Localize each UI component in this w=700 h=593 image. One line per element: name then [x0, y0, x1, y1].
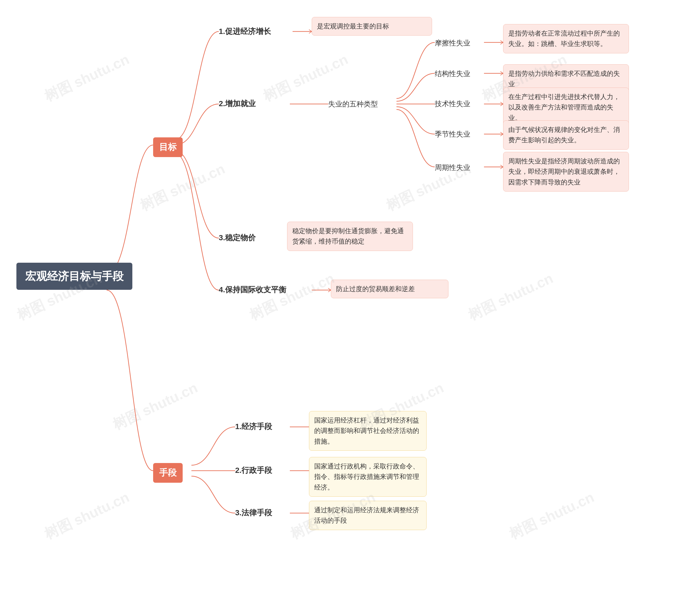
l2-falv-label: 3.法律手段 — [235, 508, 272, 517]
l2-xingzheng-shouduan: 2.行政手段 — [235, 465, 272, 476]
cat-shouduan-label: 手段 — [159, 468, 177, 477]
content-jijie: 由于气候状况有规律的变化对生产、消费产生影响引起的失业。 — [503, 120, 629, 150]
cat-mubiao-label: 目标 — [159, 142, 177, 152]
l2-guoji-shoozhi: 4.保持国际收支平衡 — [219, 285, 286, 295]
content-jingji-zengjian: 是宏观调控最主要的目标 — [312, 17, 432, 36]
content-falv-text: 通过制定和运用经济法规来调整经济活动的手段 — [314, 506, 419, 524]
content-jingji-shouduan: 国家运用经济杠杆，通过对经济利益的调整而影响和调节社会经济活动的措施。 — [309, 411, 427, 451]
l2-jingji-shouduan: 1.经济手段 — [235, 422, 272, 432]
l2-wending-label: 3.稳定物价 — [219, 233, 256, 242]
content-zhouqi-text: 周期性失业是指经济周期波动所造成的失业，即经济周期中的衰退或萧条时，因需求下降而… — [508, 157, 620, 186]
l3-zhouqi: 周期性失业 — [435, 163, 470, 172]
content-guoji: 防止过度的贸易顺差和逆差 — [331, 280, 448, 298]
content-mocaxing: 是指劳动者在正常流动过程中所产生的失业。如：跳槽、毕业生求职等。 — [503, 24, 629, 53]
l3-jiegou-label: 结构性失业 — [435, 70, 470, 78]
root-node: 宏观经济目标与手段 — [16, 263, 132, 290]
l3-shiye-label: 失业的五种类型 — [328, 100, 378, 108]
l2-falv-shouduan: 3.法律手段 — [235, 508, 272, 518]
l3-mocaxing-label: 摩擦性失业 — [435, 39, 470, 47]
l3-shiye-types: 失业的五种类型 — [328, 99, 378, 109]
l2-jiuye: 2.增加就业 — [219, 98, 256, 109]
content-jishu-text: 在生产过程中引进先进技术代替人力，以及改善生产方法和管理而造成的失业。 — [508, 93, 620, 121]
cat-node-mubiao: 目标 — [153, 137, 183, 157]
l2-jingji-zengjian: 1.促进经济增长 — [219, 26, 271, 37]
l2-xingzheng-label: 2.行政手段 — [235, 466, 272, 475]
content-wending-text: 稳定物价是要抑制住通货膨胀，避免通货紧缩，维持币值的稳定 — [292, 227, 404, 245]
l2-jingji-shouduan-label: 1.经济手段 — [235, 422, 272, 431]
content-guoji-text: 防止过度的贸易顺差和逆差 — [336, 285, 415, 292]
content-jingji-text: 是宏观调控最主要的目标 — [317, 23, 389, 30]
content-mocaxing-text: 是指劳动者在正常流动过程中所产生的失业。如：跳槽、毕业生求职等。 — [508, 30, 620, 47]
mind-map: 树图 shutu.cn 树图 shutu.cn 树图 shutu.cn 树图 s… — [0, 0, 700, 593]
content-xingzheng-text: 国家通过行政机构，采取行政命令、指令、指标等行政措施来调节和管理经济。 — [314, 463, 419, 491]
content-xingzheng-shouduan: 国家通过行政机构，采取行政命令、指令、指标等行政措施来调节和管理经济。 — [309, 457, 427, 497]
l3-jishu-label: 技术性失业 — [435, 100, 470, 108]
root-label: 宏观经济目标与手段 — [25, 270, 124, 282]
l3-zhouqi-label: 周期性失业 — [435, 163, 470, 171]
l2-jingji-label: 1.促进经济增长 — [219, 27, 271, 36]
l3-mocaxing: 摩擦性失业 — [435, 38, 470, 48]
l2-wending-wujia: 3.稳定物价 — [219, 233, 256, 243]
content-jijie-text: 由于气候状况有规律的变化对生产、消费产生影响引起的失业。 — [508, 126, 620, 144]
content-jiegou-text: 是指劳动力供给和需求不匹配造成的失业 — [508, 70, 620, 87]
content-zhouqi: 周期性失业是指经济周期波动所造成的失业，即经济周期中的衰退或萧条时，因需求下降而… — [503, 152, 629, 192]
content-jingji-shouduan-text: 国家运用经济杠杆，通过对经济利益的调整而影响和调节社会经济活动的措施。 — [314, 417, 419, 445]
l3-jishu: 技术性失业 — [435, 99, 470, 109]
l2-jiuye-label: 2.增加就业 — [219, 99, 256, 108]
l3-jijie-label: 季节性失业 — [435, 130, 470, 138]
cat-node-shouduan: 手段 — [153, 463, 183, 483]
l3-jijie: 季节性失业 — [435, 129, 470, 139]
content-falv-shouduan: 通过制定和运用经济法规来调整经济活动的手段 — [309, 501, 427, 530]
l2-guoji-label: 4.保持国际收支平衡 — [219, 285, 286, 294]
content-wending: 稳定物价是要抑制住通货膨胀，避免通货紧缩，维持币值的稳定 — [287, 222, 413, 251]
l3-jiegou: 结构性失业 — [435, 69, 470, 79]
